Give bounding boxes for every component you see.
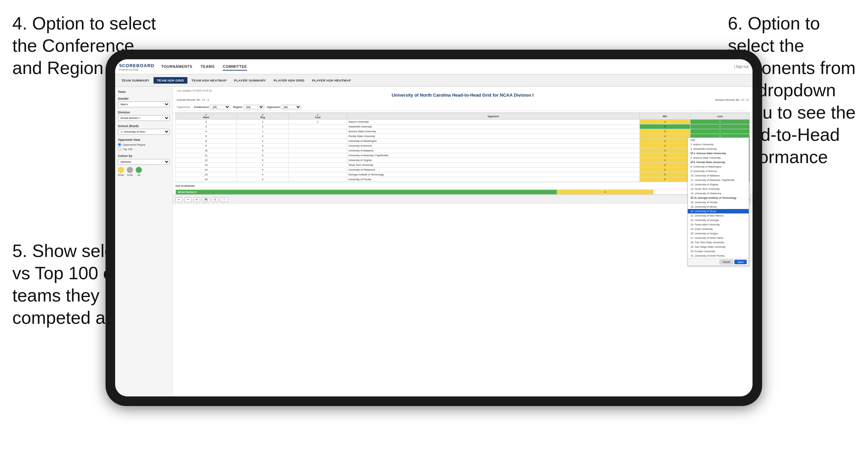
dropdown-item[interactable]: 22. University of Georgia [688,218,749,222]
dropdown-item[interactable]: 31. University of North Florida [688,254,749,258]
legend-row: Down Level Up [118,167,170,176]
undo-btn[interactable]: ↩ [175,197,182,202]
dropdown-item[interactable]: 30. Purdue University [688,249,749,254]
dropdown-item[interactable]: ☑ 6. Florida State University [688,160,749,164]
cancel-apply-row: Cancel Apply [688,258,749,266]
dropdown-item[interactable]: 23. Texas A&M University [688,222,749,227]
grid-header: Last Updated: 4/7/2024 16:55:38 Universi… [173,87,753,113]
dropdown-item[interactable]: 27. University of Notre Dame [688,236,749,240]
table-row: 8 2 University of Washington 1 0 [176,139,750,144]
dropdown-item[interactable]: 10. University of Alabama [688,173,749,178]
legend-up: Up [136,167,142,176]
apply-button[interactable]: Apply [734,260,747,264]
sub-nav-player-h2h-grid[interactable]: PLAYER H2H GRID [270,77,308,84]
filter-row: Opponents: Conference (All) Region (All) [177,103,748,111]
out-div-name: NCAA Division II [176,190,557,195]
gender-label: Gender [118,97,170,100]
gender-select[interactable]: Men's [118,101,170,107]
dropdown-item[interactable]: 9. University of Arizona [688,169,749,173]
team-label: Team [118,90,170,94]
sub-nav-h2h-heatmap[interactable]: TEAM H2H HEATMAP [188,77,230,84]
table-row: 9 3 University of Arizona 1 0 [176,144,750,148]
school-label: School (Rank) [118,124,170,128]
dropdown-item[interactable]: 11. University of Arkansas, Fayetteville [688,178,749,182]
save-btn[interactable]: 💾 [202,197,210,202]
sub-nav-team-summary[interactable]: TEAM SUMMARY [118,77,153,84]
dropdown-item[interactable]: 2. Auburn University [688,142,749,147]
nav-tournaments[interactable]: TOURNAMENTS [161,63,192,71]
opponent-dropdown[interactable]: (All)2. Auburn University3. Vanderbilt U… [687,137,749,266]
school-select[interactable]: 1. University of Nort... [118,129,170,135]
logo-area: 5COREBOARD Powered by Instat [119,62,154,71]
opponent-select[interactable]: (All) [281,105,301,109]
down-circle [118,167,124,173]
nav-committee[interactable]: COMMITTEE [223,63,247,71]
table-row: 13 1 Texas Tech University 3 0 [176,163,750,168]
opponent-filter: Opponent (All) [267,105,302,109]
region-select[interactable]: (All) [244,105,264,109]
dropdown-item[interactable]: 18. University of Illinois [688,205,749,209]
sidebar: Team Gender Men's Division NCAA Division… [115,87,173,396]
dropdown-item[interactable]: 24. Duke University [688,227,749,231]
out-of-division-label: Out of division [173,182,753,189]
grid-title: University of North Carolina Head-to-Hea… [177,93,748,98]
overall-record: Overall Record: 89 - 17 - 0 [177,98,209,101]
out-div-table-wrapper: NCAA Division II 1 0 [173,189,753,195]
cancel-button[interactable]: Cancel [720,260,733,264]
clock-btn[interactable]: 🕐 [220,197,228,202]
sign-out[interactable]: | Sign out [734,65,748,69]
team-section: Team [118,90,170,94]
table-row: 10 5 University of Alabama 3 0 [176,148,750,153]
dropdown-item[interactable]: 12. University of Virginia [688,182,749,187]
grid-records: Overall Record: 89 - 17 - 0 Division Rec… [177,98,748,101]
copy-btn[interactable]: ⎘ [212,197,218,202]
radio-opponents-played[interactable]: Opponents Played [118,143,170,146]
region-filter: Region (All) [233,105,264,109]
sub-nav-h2h-grid[interactable]: TEAM H2H GRID [154,77,187,84]
dropdown-item[interactable]: 13. Texas Tech University [688,187,749,191]
conference-filter: Conference (All) [194,105,230,109]
radio-top-100[interactable]: Top 100 [118,147,170,151]
col-loss: Loss [690,113,750,120]
sub-nav: TEAM SUMMARY TEAM H2H GRID TEAM H2H HEAT… [115,74,753,87]
dropdown-item[interactable]: 20. University of Texas [688,209,749,213]
data-table: #Rank #Reg #Conf Opponent Win Loss 2 1 1… [175,113,750,182]
radio-group: Opponents Played Top 100 [118,143,170,151]
reset-btn[interactable]: ⟳ [193,197,200,202]
dropdown-item[interactable]: 14. University of Oklahoma [688,191,749,196]
table-row: 6 2 Florida State University 4 2 [176,134,750,139]
colour-by-select[interactable]: Win/loss [118,159,170,165]
tablet-screen: 5COREBOARD Powered by Instat TOURNAMENTS… [115,59,753,396]
division-record: Division Record: 88 - 17 - 0 [715,98,748,101]
table-wrapper: #Rank #Reg #Conf Opponent Win Loss 2 1 1… [173,113,753,182]
col-win: Win [639,113,690,120]
dropdown-item[interactable]: 16. University of Florida [688,200,749,205]
col-conf: #Conf [289,113,347,120]
dropdown-item[interactable]: 5. Arizona State University [688,156,749,160]
sub-nav-player-summary[interactable]: PLAYER SUMMARY [231,77,269,84]
out-div-win: 1 [557,190,653,195]
nav-items: TOURNAMENTS TEAMS COMMITTEE [161,63,247,71]
redo-btn[interactable]: ↪ [184,197,191,202]
dropdown-item[interactable]: 8. University of Washington [688,164,749,169]
col-opponent: Opponent [347,113,639,120]
table-row: 16 3 University of Florida 5 1 [176,177,750,182]
dropdown-item[interactable]: 28. The Ohio State University [688,240,749,245]
out-div-row: NCAA Division II 1 0 [176,190,750,195]
gender-section: Gender Men's [118,97,170,107]
dropdown-item[interactable]: ☑ 15. Georgia Institute of Technology [688,196,749,200]
division-select[interactable]: NCAA Division I [118,115,170,121]
dropdown-item[interactable]: 29. San Diego State University [688,245,749,249]
table-row: 4 1 Arizona State University 5 1 [176,129,750,134]
legend-level: Level [127,167,133,176]
dropdown-item[interactable]: 3. Vanderbilt University [688,147,749,151]
dropdown-item[interactable]: ☑ 4. Arizona State University [688,151,749,156]
conference-select[interactable]: (All) [210,105,230,109]
table-row: 3 2 Vanderbilt University 0 4 [176,124,750,129]
sub-nav-player-heatmap[interactable]: PLAYER H2H HEATMAP [308,77,354,84]
dropdown-item[interactable]: 21. University of New Mexico [688,213,749,218]
nav-teams[interactable]: TEAMS [200,63,215,71]
app-header: 5COREBOARD Powered by Instat TOURNAMENTS… [115,59,753,74]
dropdown-item[interactable]: 25. University of Oregon [688,231,749,236]
dropdown-item[interactable]: (All) [688,138,749,142]
